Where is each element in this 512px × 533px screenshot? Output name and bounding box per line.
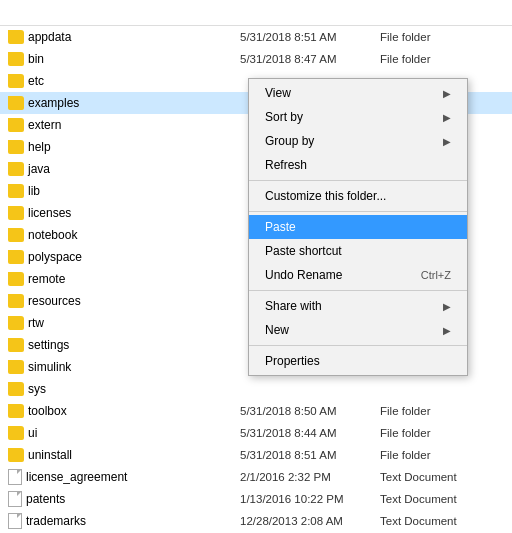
menu-item-label: Sort by bbox=[265, 110, 303, 124]
folder-icon bbox=[8, 140, 24, 154]
file-name-cell: sys bbox=[0, 382, 240, 396]
submenu-arrow-icon: ▶ bbox=[443, 325, 451, 336]
file-name-cell: appdata bbox=[0, 30, 240, 44]
file-name: help bbox=[28, 140, 51, 154]
menu-item-label: View bbox=[265, 86, 291, 100]
folder-icon bbox=[8, 52, 24, 66]
file-name-cell: polyspace bbox=[0, 250, 240, 264]
folder-icon bbox=[8, 96, 24, 110]
file-name: uninstall bbox=[28, 448, 72, 462]
file-name-cell: settings bbox=[0, 338, 240, 352]
menu-item[interactable]: Refresh bbox=[249, 153, 467, 177]
menu-separator bbox=[249, 211, 467, 212]
file-name-cell: ui bbox=[0, 426, 240, 440]
menu-item-label: Paste shortcut bbox=[265, 244, 342, 258]
file-name-cell: rtw bbox=[0, 316, 240, 330]
file-date: 5/31/2018 8:51 AM bbox=[240, 449, 380, 461]
menu-item-label: New bbox=[265, 323, 289, 337]
menu-item[interactable]: Properties bbox=[249, 349, 467, 373]
folder-icon bbox=[8, 74, 24, 88]
file-type: Text Document bbox=[380, 493, 500, 505]
file-name-cell: help bbox=[0, 140, 240, 154]
file-name: notebook bbox=[28, 228, 77, 242]
file-date: 5/31/2018 8:47 AM bbox=[240, 53, 380, 65]
file-name: sys bbox=[28, 382, 46, 396]
folder-icon bbox=[8, 338, 24, 352]
file-name-cell: uninstall bbox=[0, 448, 240, 462]
file-name-cell: toolbox bbox=[0, 404, 240, 418]
file-name: etc bbox=[28, 74, 44, 88]
file-type: File folder bbox=[380, 427, 500, 439]
file-name-cell: extern bbox=[0, 118, 240, 132]
folder-icon bbox=[8, 228, 24, 242]
folder-icon bbox=[8, 294, 24, 308]
file-name: trademarks bbox=[26, 514, 86, 528]
file-date: 2/1/2016 2:32 PM bbox=[240, 471, 380, 483]
menu-item[interactable]: Group by▶ bbox=[249, 129, 467, 153]
folder-icon bbox=[8, 30, 24, 44]
submenu-arrow-icon: ▶ bbox=[443, 301, 451, 312]
file-type: File folder bbox=[380, 405, 500, 417]
file-date: 5/31/2018 8:50 AM bbox=[240, 405, 380, 417]
folder-icon bbox=[8, 272, 24, 286]
file-icon bbox=[8, 513, 22, 529]
menu-item-label: Share with bbox=[265, 299, 322, 313]
file-row[interactable]: ui5/31/2018 8:44 AMFile folder bbox=[0, 422, 512, 444]
file-type: Text Document bbox=[380, 515, 500, 527]
menu-item-label: Properties bbox=[265, 354, 320, 368]
file-row[interactable]: patents1/13/2016 10:22 PMText Document bbox=[0, 488, 512, 510]
file-name-cell: resources bbox=[0, 294, 240, 308]
menu-item-label: Refresh bbox=[265, 158, 307, 172]
file-name: remote bbox=[28, 272, 65, 286]
menu-item-label: Group by bbox=[265, 134, 314, 148]
file-name: resources bbox=[28, 294, 81, 308]
file-name-cell: trademarks bbox=[0, 513, 240, 529]
column-headers bbox=[0, 0, 512, 26]
folder-icon bbox=[8, 426, 24, 440]
file-name-cell: licenses bbox=[0, 206, 240, 220]
file-name: lib bbox=[28, 184, 40, 198]
menu-item[interactable]: Share with▶ bbox=[249, 294, 467, 318]
menu-item[interactable]: New▶ bbox=[249, 318, 467, 342]
file-row[interactable]: sys bbox=[0, 378, 512, 400]
menu-item[interactable]: View▶ bbox=[249, 81, 467, 105]
file-name: settings bbox=[28, 338, 69, 352]
file-type: File folder bbox=[380, 31, 500, 43]
menu-item[interactable]: Paste bbox=[249, 215, 467, 239]
file-name-cell: lib bbox=[0, 184, 240, 198]
file-type: Text Document bbox=[380, 471, 500, 483]
file-name: examples bbox=[28, 96, 79, 110]
file-icon bbox=[8, 469, 22, 485]
menu-item[interactable]: Sort by▶ bbox=[249, 105, 467, 129]
folder-icon bbox=[8, 184, 24, 198]
folder-icon bbox=[8, 206, 24, 220]
file-type: File folder bbox=[380, 449, 500, 461]
submenu-arrow-icon: ▶ bbox=[443, 136, 451, 147]
folder-icon bbox=[8, 250, 24, 264]
file-name-cell: remote bbox=[0, 272, 240, 286]
file-explorer: appdata5/31/2018 8:51 AMFile folderbin5/… bbox=[0, 0, 512, 533]
menu-item[interactable]: Paste shortcut bbox=[249, 239, 467, 263]
file-row[interactable]: license_agreement2/1/2016 2:32 PMText Do… bbox=[0, 466, 512, 488]
file-name: bin bbox=[28, 52, 44, 66]
folder-icon bbox=[8, 162, 24, 176]
submenu-arrow-icon: ▶ bbox=[443, 88, 451, 99]
folder-icon bbox=[8, 360, 24, 374]
file-name: extern bbox=[28, 118, 61, 132]
submenu-arrow-icon: ▶ bbox=[443, 112, 451, 123]
file-row[interactable]: trademarks12/28/2013 2:08 AMText Documen… bbox=[0, 510, 512, 532]
file-row[interactable]: uninstall5/31/2018 8:51 AMFile folder bbox=[0, 444, 512, 466]
file-name-cell: java bbox=[0, 162, 240, 176]
menu-item-label: Customize this folder... bbox=[265, 189, 386, 203]
file-name-cell: bin bbox=[0, 52, 240, 66]
file-name-cell: etc bbox=[0, 74, 240, 88]
menu-item[interactable]: Undo RenameCtrl+Z bbox=[249, 263, 467, 287]
menu-separator bbox=[249, 290, 467, 291]
menu-item[interactable]: Customize this folder... bbox=[249, 184, 467, 208]
file-name: java bbox=[28, 162, 50, 176]
menu-separator bbox=[249, 345, 467, 346]
file-row[interactable]: appdata5/31/2018 8:51 AMFile folder bbox=[0, 26, 512, 48]
folder-icon bbox=[8, 316, 24, 330]
file-row[interactable]: toolbox5/31/2018 8:50 AMFile folder bbox=[0, 400, 512, 422]
file-row[interactable]: bin5/31/2018 8:47 AMFile folder bbox=[0, 48, 512, 70]
